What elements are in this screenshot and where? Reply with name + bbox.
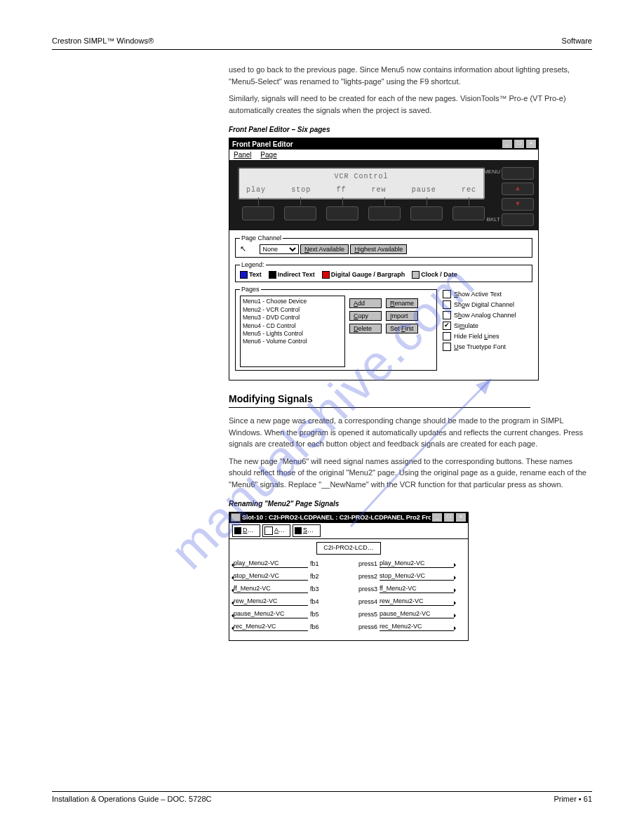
import-button[interactable]: Import xyxy=(386,311,418,321)
signal-row: ff_Menu2-VCfb3press3ff_Menu2-VC xyxy=(234,583,464,595)
soft-button-6[interactable] xyxy=(452,206,485,220)
right-signal[interactable]: stop_Menu2-VC xyxy=(380,572,454,581)
header-rule xyxy=(52,49,592,50)
legend-indirect: Indirect Text xyxy=(278,271,315,278)
toolbar-d-button[interactable]: D… xyxy=(232,524,260,537)
intro-text: used to go back to the previous page. Si… xyxy=(229,64,592,116)
signal-row: rew_Menu2-VCfb4press4rew_Menu2-VC xyxy=(234,595,464,608)
add-button[interactable]: Add xyxy=(349,298,382,308)
fb-pin: fb4 xyxy=(310,598,331,605)
soft-button-3[interactable] xyxy=(326,206,358,220)
lcd-display: VCR Control play stop ff rew pause rec xyxy=(238,167,485,199)
pages-listbox[interactable]: Menu1 - Choose Device Menu2 - VCR Contro… xyxy=(240,296,345,367)
left-signal[interactable]: rew_Menu2-VC xyxy=(234,597,308,606)
page-channel-select[interactable]: None xyxy=(260,244,299,254)
show-analog-channel-check[interactable]: Show Analog Channel xyxy=(443,311,532,319)
right-signal[interactable]: rew_Menu2-VC xyxy=(380,597,454,606)
front-panel-editor-window: Front Panel Editor _ □ × Panel Page VCR … xyxy=(229,138,539,380)
toolbar-s-button[interactable]: S… xyxy=(293,524,321,537)
pages-legend: Pages xyxy=(240,286,261,293)
lcd-label-play: play xyxy=(246,186,266,194)
rename-button[interactable]: Rename xyxy=(386,298,418,308)
hide-field-lines-check[interactable]: Hide Field Lines xyxy=(443,332,532,340)
minimize-icon[interactable]: _ xyxy=(431,512,443,522)
list-item[interactable]: Menu1 - Choose Device xyxy=(243,298,342,305)
simulate-check[interactable]: ✔Simulate xyxy=(443,322,532,330)
down-button[interactable]: ▼ xyxy=(502,198,534,211)
soft-button-2[interactable] xyxy=(284,206,316,220)
left-signal[interactable]: ff_Menu2-VC xyxy=(234,585,308,593)
next-available-button[interactable]: Next Available xyxy=(300,244,349,254)
bklt-label: BKLT xyxy=(487,216,500,223)
signal-row: rec_Menu2-VCfb6press6rec_Menu2-VC xyxy=(234,621,464,633)
footer-left: Installation & Operations Guide – DOC. 5… xyxy=(52,795,211,803)
left-signal[interactable]: pause_Menu2-VC xyxy=(234,610,308,618)
menu-page[interactable]: Page xyxy=(260,151,276,159)
menu-panel[interactable]: Panel xyxy=(234,151,252,159)
lcd-title: VCR Control xyxy=(239,173,483,180)
left-signal[interactable]: rec_Menu2-VC xyxy=(234,623,308,631)
copy-button[interactable]: Copy xyxy=(349,311,382,321)
press-pin: press2 xyxy=(356,573,377,580)
hardware-panel: VCR Control play stop ff rew pause rec xyxy=(229,160,538,230)
delete-button[interactable]: Delete xyxy=(349,324,382,333)
figure1-caption: Front Panel Editor – Six pages xyxy=(229,126,592,133)
cursor-icon: ↖ xyxy=(240,244,246,253)
show-active-text-check[interactable]: Show Active Text xyxy=(443,290,532,298)
lcd-label-rec: rec xyxy=(462,186,476,194)
bklt-button[interactable] xyxy=(502,213,534,226)
menu-button[interactable] xyxy=(502,167,534,180)
soft-button-1[interactable] xyxy=(242,206,274,220)
symbol-header: C2I-PRO2-LCD… xyxy=(316,542,381,555)
left-signal[interactable]: stop_Menu2-VC xyxy=(234,572,308,581)
list-item[interactable]: Menu3 - DVD Control xyxy=(243,314,342,322)
right-signal[interactable]: pause_Menu2-VC xyxy=(380,610,454,618)
minimize-icon[interactable]: _ xyxy=(502,139,513,149)
right-signal[interactable]: play_Menu2-VC xyxy=(380,560,454,568)
show-digital-channel-check[interactable]: Show Digital Channel xyxy=(443,300,532,309)
signal-row: play_Menu2-VCfb1press1play_Menu2-VC xyxy=(234,557,464,570)
legend-group: Legend: Text Indirect Text Digital Gauge… xyxy=(235,261,532,282)
legend-legend: Legend: xyxy=(240,261,266,268)
page-channel-legend: Page Channel xyxy=(240,234,283,241)
up-button[interactable]: ▲ xyxy=(502,183,534,195)
fb-pin: fb3 xyxy=(310,585,331,593)
set-first-button[interactable]: Set First xyxy=(386,324,418,333)
press-pin: press5 xyxy=(356,611,377,618)
detail-title: Slot-10 : C2I-PRO2-LCDPANEL : C2I-PRO2-L… xyxy=(242,514,431,521)
highest-available-button[interactable]: Highest Available xyxy=(350,244,407,254)
detail-titlebar: Slot-10 : C2I-PRO2-LCDPANEL : C2I-PRO2-L… xyxy=(229,512,468,522)
soft-button-5[interactable] xyxy=(410,206,443,220)
lcd-label-pause: pause xyxy=(412,186,436,194)
window-title: Front Panel Editor xyxy=(231,140,501,148)
maximize-icon[interactable]: □ xyxy=(443,512,455,522)
signal-row: pause_Menu2-VCfb5press5pause_Menu2-VC xyxy=(234,608,464,621)
press-pin: press1 xyxy=(356,560,377,567)
list-item[interactable]: Menu2 - VCR Control xyxy=(243,306,342,314)
maximize-icon[interactable]: □ xyxy=(514,139,525,149)
toolbar-a-button[interactable]: A… xyxy=(262,524,290,537)
soft-button-4[interactable] xyxy=(368,206,401,220)
detail-view-window: Slot-10 : C2I-PRO2-LCDPANEL : C2I-PRO2-L… xyxy=(229,512,469,641)
list-item[interactable]: Menu6 - Volume Control xyxy=(243,338,342,345)
press-pin: press3 xyxy=(356,585,377,593)
list-item[interactable]: Menu5 - Lights Control xyxy=(243,330,342,338)
press-pin: press6 xyxy=(356,623,377,630)
legend-clock: Clock / Date xyxy=(421,271,457,278)
header-right: Software xyxy=(562,37,592,45)
signal-row: stop_Menu2-VCfb2press2stop_Menu2-VC xyxy=(234,570,464,583)
menu-label: MENU xyxy=(483,168,500,175)
fb-pin: fb5 xyxy=(310,611,331,618)
left-signal[interactable]: play_Menu2-VC xyxy=(234,560,308,568)
list-item[interactable]: Menu4 - CD Control xyxy=(243,322,342,330)
close-icon[interactable]: × xyxy=(525,139,537,149)
right-signal[interactable]: ff_Menu2-VC xyxy=(380,585,454,593)
right-signal[interactable]: rec_Menu2-VC xyxy=(380,623,454,631)
window-titlebar: Front Panel Editor _ □ × xyxy=(229,138,538,150)
close-icon[interactable]: × xyxy=(455,512,467,522)
use-truetype-font-check[interactable]: Use Truetype Font xyxy=(443,343,532,351)
lcd-label-rew: rew xyxy=(372,186,387,194)
legend-digital: Digital Gauge / Bargraph xyxy=(331,271,405,278)
fb-pin: fb1 xyxy=(310,560,331,567)
detail-toolbar: D… A… S… xyxy=(229,522,468,539)
